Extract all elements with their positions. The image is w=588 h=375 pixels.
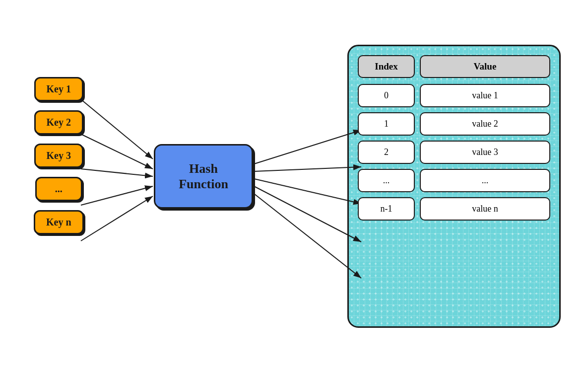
arrow-hash-row2 (254, 179, 361, 204)
arrow-hash-row1 (254, 167, 361, 171)
value-0: value 1 (420, 84, 550, 107)
table-row-n: n-1 value n (358, 197, 550, 221)
table-row-0: 0 value 1 (358, 84, 550, 107)
index-1: 1 (358, 112, 415, 136)
arrow-keyn-hash (81, 196, 153, 241)
value-1: value 2 (420, 112, 550, 136)
hash-function-label: HashFunction (179, 161, 228, 192)
hash-table-inner: Index Value 0 value 1 1 value 2 2 value … (358, 55, 550, 317)
table-header: Index Value (358, 55, 550, 78)
key-box-3: Key 3 (34, 144, 83, 168)
hash-table: Index Value 0 value 1 1 value 2 2 value … (347, 45, 561, 328)
index-n: n-1 (358, 197, 415, 221)
index-ellipsis: ... (358, 169, 415, 192)
key-box-ellipsis: ... (35, 177, 82, 201)
index-2: 2 (358, 141, 415, 164)
index-0: 0 (358, 84, 415, 107)
table-row-2: 2 value 3 (358, 141, 550, 164)
hash-function-box: HashFunction (154, 144, 253, 209)
arrow-hash-rowellipsis (254, 186, 361, 242)
diagram-container: Key 1 Key 2 Key 3 ... Key n HashFunction… (0, 0, 588, 375)
header-value: Value (420, 55, 550, 78)
value-ellipsis: ... (420, 169, 550, 192)
header-index: Index (358, 55, 415, 78)
value-n: value n (420, 197, 550, 221)
table-row-1: 1 value 2 (358, 112, 550, 136)
arrow-keyellipsis-hash (81, 186, 153, 205)
arrow-key1-hash (81, 99, 153, 159)
arrow-hash-rown (254, 194, 361, 278)
arrow-key3-hash (81, 169, 153, 176)
arrow-key2-hash (81, 134, 153, 169)
key-box-n: Key n (34, 210, 84, 234)
key-box-2: Key 2 (34, 110, 83, 135)
value-2: value 3 (420, 141, 550, 164)
keys-column: Key 1 Key 2 Key 3 ... Key n (34, 77, 84, 234)
table-row-ellipsis: ... ... (358, 169, 550, 192)
key-box-1: Key 1 (34, 77, 83, 101)
arrow-hash-row0 (254, 130, 361, 164)
